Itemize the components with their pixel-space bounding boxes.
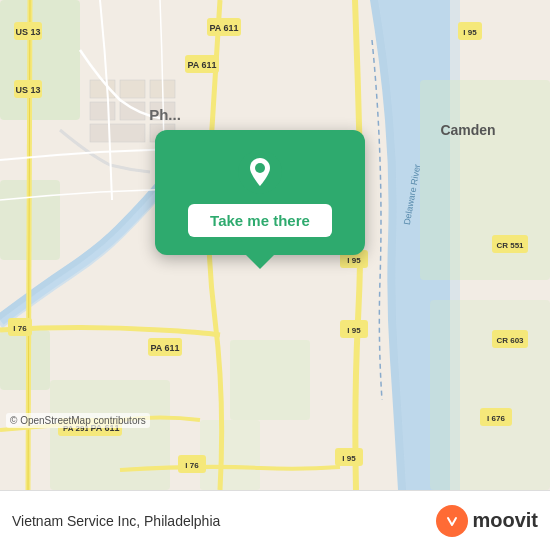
svg-point-53 — [255, 163, 265, 173]
svg-text:PA 611: PA 611 — [150, 343, 179, 353]
popup-card: Take me there — [155, 130, 365, 255]
svg-text:PA 611: PA 611 — [187, 60, 216, 70]
moovit-icon — [436, 505, 468, 537]
svg-text:CR 551: CR 551 — [496, 241, 524, 250]
svg-rect-10 — [120, 80, 145, 98]
svg-text:CR 603: CR 603 — [496, 336, 524, 345]
moovit-svg-icon — [443, 512, 461, 530]
svg-point-54 — [444, 513, 460, 529]
moovit-logo: moovit — [436, 505, 538, 537]
svg-rect-1 — [0, 0, 80, 120]
svg-text:US 13: US 13 — [15, 85, 40, 95]
svg-rect-12 — [90, 102, 115, 120]
location-label: Vietnam Service Inc, Philadelphia — [12, 513, 220, 529]
bottom-bar: Vietnam Service Inc, Philadelphia moovit — [0, 490, 550, 550]
take-me-there-button[interactable]: Take me there — [188, 204, 332, 237]
svg-rect-3 — [0, 330, 50, 390]
svg-text:Ph...: Ph... — [149, 106, 181, 123]
location-pin-icon — [238, 150, 282, 194]
svg-text:I 95: I 95 — [347, 256, 361, 265]
svg-text:US 13: US 13 — [15, 27, 40, 37]
svg-rect-5 — [430, 300, 550, 490]
svg-rect-4 — [420, 80, 550, 280]
svg-text:I 95: I 95 — [342, 454, 356, 463]
moovit-label: moovit — [472, 509, 538, 532]
svg-text:I 76: I 76 — [185, 461, 199, 470]
svg-text:I 76: I 76 — [13, 324, 27, 333]
svg-rect-15 — [90, 124, 145, 142]
svg-text:Camden: Camden — [440, 122, 495, 138]
svg-text:I 676: I 676 — [487, 414, 505, 423]
svg-rect-13 — [120, 102, 145, 120]
svg-text:PA 611: PA 611 — [209, 23, 238, 33]
svg-text:I 95: I 95 — [347, 326, 361, 335]
copyright-text: © OpenStreetMap contributors — [6, 413, 150, 428]
svg-rect-7 — [230, 340, 310, 420]
map-container[interactable]: PA 611 US 13 US 13 I 95 I 95 I 95 I 95 I… — [0, 0, 550, 490]
svg-text:I 95: I 95 — [463, 28, 477, 37]
svg-rect-8 — [200, 420, 260, 490]
